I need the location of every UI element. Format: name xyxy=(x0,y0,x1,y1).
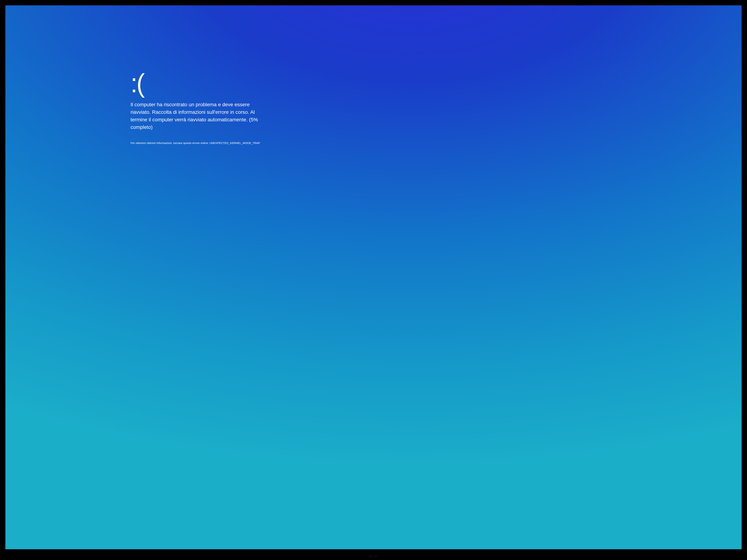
bsod-screen: :( Il computer ha riscontrato un problem… xyxy=(5,5,742,549)
bsod-message: Il computer ha riscontrato un problema e… xyxy=(131,101,271,131)
bsod-details: Per ottenere ulteriori informazioni, cer… xyxy=(131,141,278,145)
bsod-info-prefix: Per ottenere ulteriori informazioni, cer… xyxy=(131,141,209,144)
sad-face-icon: :( xyxy=(131,70,144,97)
bsod-content: :( Il computer ha riscontrato un problem… xyxy=(131,71,278,145)
monitor-brand-label: acer xyxy=(368,553,379,559)
monitor-frame: :( Il computer ha riscontrato un problem… xyxy=(0,0,747,560)
bsod-error-code: UNEXPECTED_KERNEL_MODE_TRAP xyxy=(209,141,260,144)
